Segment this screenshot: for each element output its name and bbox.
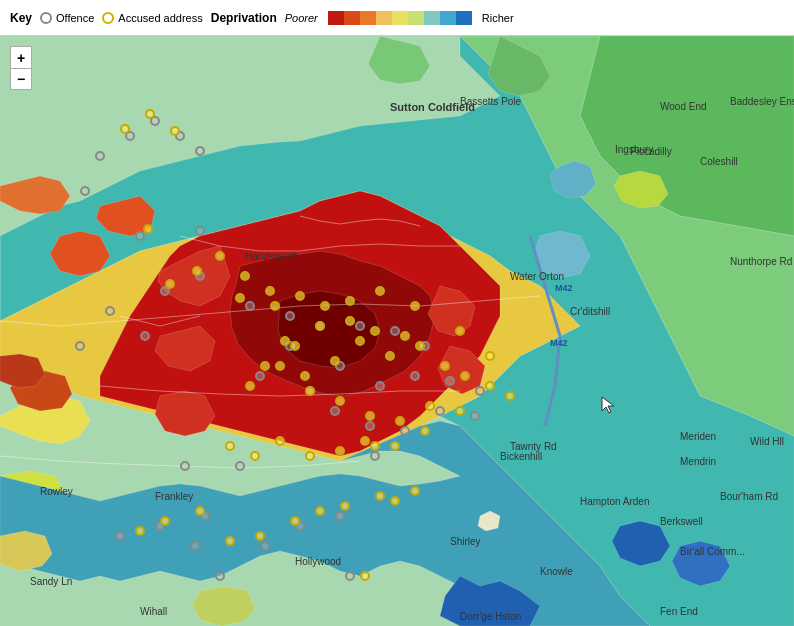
offence-icon bbox=[40, 12, 52, 24]
deprivation-swatch bbox=[360, 11, 376, 25]
legend-key-label: Key bbox=[10, 11, 32, 25]
deprivation-swatch bbox=[392, 11, 408, 25]
deprivation-swatch bbox=[376, 11, 392, 25]
accused-icon bbox=[102, 12, 114, 24]
deprivation-swatches bbox=[328, 11, 472, 25]
zoom-controls: + − bbox=[10, 46, 32, 90]
poorer-label: Poorer bbox=[285, 12, 318, 24]
deprivation-swatch bbox=[344, 11, 360, 25]
richer-label: Richer bbox=[482, 12, 514, 24]
offence-label: Offence bbox=[56, 12, 94, 24]
accused-label: Accused address bbox=[118, 12, 202, 24]
deprivation-swatch bbox=[440, 11, 456, 25]
deprivation-swatch bbox=[424, 11, 440, 25]
zoom-out-button[interactable]: − bbox=[10, 68, 32, 90]
deprivation-swatch bbox=[328, 11, 344, 25]
deprivation-swatch bbox=[408, 11, 424, 25]
zoom-in-button[interactable]: + bbox=[10, 46, 32, 68]
legend-accused: Accused address bbox=[102, 12, 202, 24]
deprivation-swatch bbox=[456, 11, 472, 25]
legend-offence: Offence bbox=[40, 12, 94, 24]
map-canvas bbox=[0, 36, 794, 626]
deprivation-label: Deprivation bbox=[211, 11, 277, 25]
legend-bar: Key Offence Accused address Deprivation … bbox=[0, 0, 794, 36]
map-container: Key Offence Accused address Deprivation … bbox=[0, 0, 794, 626]
